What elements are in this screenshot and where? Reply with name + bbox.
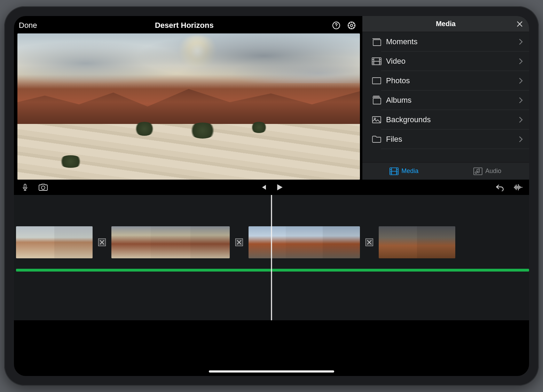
upper-pane: Done Desert Horizons: [14, 16, 529, 180]
media-row-backgrounds[interactable]: Backgrounds: [381, 110, 529, 130]
tab-media-label: Media: [401, 167, 418, 175]
tab-audio-label: Audio: [485, 167, 501, 175]
media-row-moments[interactable]: Moments: [381, 32, 529, 52]
media-row-albums[interactable]: Albums: [381, 91, 529, 110]
media-tabbar: Media Audio: [362, 162, 529, 180]
transition-button[interactable]: [365, 238, 373, 246]
tab-audio[interactable]: Audio: [446, 163, 529, 180]
preview-header: Done Desert Horizons: [17, 19, 360, 32]
play-icon: [276, 183, 283, 191]
svg-point-13: [41, 186, 45, 189]
waveform-icon: [513, 184, 522, 191]
svg-point-9: [374, 118, 376, 119]
settings-button[interactable]: [347, 21, 356, 30]
preview-pane: Done Desert Horizons: [14, 16, 362, 180]
albums-icon: [367, 95, 386, 105]
close-icon: [516, 20, 524, 28]
close-media-button[interactable]: [515, 19, 524, 29]
audio-settings-button[interactable]: [513, 182, 523, 192]
svg-rect-4: [373, 40, 381, 46]
photos-icon: [367, 76, 386, 85]
video-icon: [367, 57, 386, 66]
media-row-label: Moments: [386, 37, 519, 46]
camera-icon: [38, 183, 48, 191]
files-icon: [367, 135, 386, 144]
preview-frame: [17, 33, 360, 180]
media-row-label: Video: [386, 57, 519, 66]
playhead-marker-icon: [268, 195, 275, 196]
chevron-right-icon: [519, 117, 523, 123]
media-row-video[interactable]: Video: [381, 52, 529, 71]
media-row-files[interactable]: Files: [381, 130, 529, 149]
undo-icon: [495, 183, 504, 191]
svg-rect-12: [24, 184, 26, 188]
microphone-icon: [21, 183, 29, 192]
transport-toolbar: [14, 180, 529, 195]
svg-rect-6: [372, 78, 381, 84]
screen: Done Desert Horizons: [14, 16, 529, 376]
chevron-right-icon: [519, 97, 523, 103]
record-voiceover-button[interactable]: [20, 182, 30, 192]
timeline-clip[interactable]: [379, 226, 455, 258]
undo-button[interactable]: [495, 182, 505, 192]
svg-point-1: [336, 27, 337, 28]
chevron-right-icon: [519, 39, 523, 45]
transition-icon: [367, 240, 372, 245]
home-indicator[interactable]: [209, 370, 334, 373]
moments-icon: [367, 37, 386, 46]
tab-media[interactable]: Media: [362, 163, 446, 180]
svg-point-3: [351, 24, 353, 26]
media-row-photos[interactable]: Photos: [381, 71, 529, 91]
svg-rect-7: [373, 98, 381, 104]
backgrounds-icon: [367, 115, 386, 124]
media-row-label: Photos: [386, 76, 519, 85]
audio-icon: [473, 167, 482, 175]
help-icon: [332, 21, 340, 30]
chevron-right-icon: [519, 136, 523, 142]
done-button[interactable]: Done: [19, 21, 37, 30]
media-panel: Media Moments: [362, 16, 529, 180]
filmstrip-icon: [389, 167, 399, 175]
media-panel-header: Media: [362, 16, 529, 32]
playhead[interactable]: [271, 195, 272, 320]
media-panel-title: Media: [436, 20, 456, 28]
transition-button[interactable]: [98, 238, 106, 246]
timeline-clip[interactable]: [111, 226, 230, 258]
transition-icon: [237, 240, 242, 245]
play-button[interactable]: [275, 182, 284, 192]
transition-icon: [100, 240, 104, 245]
skip-back-icon: [260, 184, 267, 191]
media-row-label: Backgrounds: [386, 115, 519, 124]
media-row-label: Albums: [386, 96, 519, 105]
help-button[interactable]: [331, 21, 341, 30]
device-frame: Done Desert Horizons: [4, 6, 539, 386]
timeline[interactable]: [14, 195, 529, 320]
go-to-start-button[interactable]: [259, 182, 268, 192]
chevron-right-icon: [519, 58, 523, 64]
record-camera-button[interactable]: [38, 182, 48, 192]
timeline-clip[interactable]: [249, 226, 360, 258]
gear-icon: [347, 21, 356, 30]
transition-button[interactable]: [235, 238, 243, 246]
media-source-list: Moments Video: [362, 32, 529, 162]
chevron-right-icon: [519, 78, 523, 84]
media-row-label: Files: [386, 135, 519, 144]
preview-viewport[interactable]: [17, 33, 360, 180]
project-title: Desert Horizons: [37, 21, 331, 30]
audio-track[interactable]: [16, 269, 529, 272]
timeline-clip[interactable]: [16, 226, 93, 258]
